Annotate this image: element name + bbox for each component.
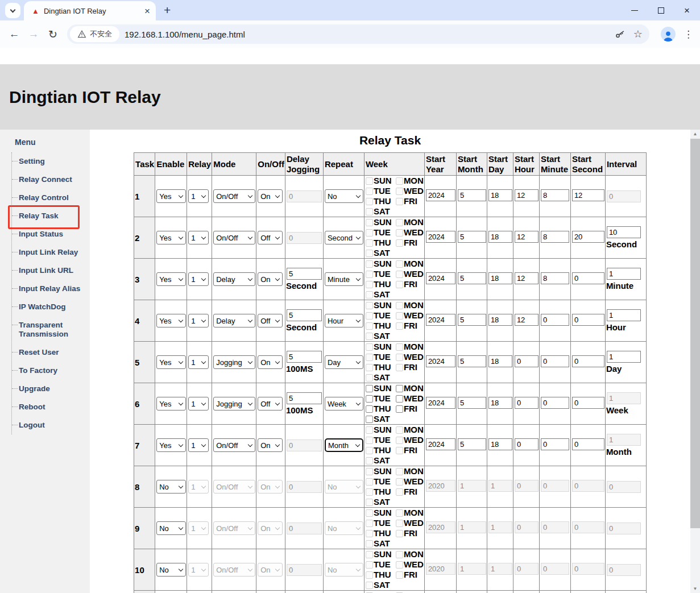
enable-select[interactable]: No xyxy=(156,521,186,535)
repeat-select[interactable]: Second xyxy=(325,231,363,244)
relay-select[interactable]: 1 xyxy=(188,355,209,369)
new-tab-button[interactable]: + xyxy=(164,4,171,16)
checkbox-fri[interactable] xyxy=(396,405,403,413)
start-year-input[interactable]: 2024 xyxy=(426,314,455,326)
enable-select[interactable]: Yes xyxy=(156,355,186,369)
repeat-select[interactable]: Month xyxy=(325,438,363,452)
start-minute-input[interactable]: 0 xyxy=(541,314,569,326)
checkbox-mon[interactable] xyxy=(396,385,403,392)
repeat-select[interactable]: No xyxy=(325,189,363,203)
relay-select[interactable]: 1 xyxy=(188,231,209,244)
sidebar-item-input-link-relay[interactable]: Input Link Relay xyxy=(12,243,90,262)
checkbox-sat[interactable] xyxy=(366,416,373,423)
enable-select[interactable]: Yes xyxy=(156,231,186,244)
mode-select[interactable]: On/Off xyxy=(213,438,255,452)
start-second-input[interactable]: 0 xyxy=(572,272,604,284)
bookmark-star-icon[interactable]: ☆ xyxy=(633,29,643,39)
start-month-input[interactable]: 5 xyxy=(458,438,486,450)
start-day-input[interactable]: 18 xyxy=(488,438,512,450)
mode-select[interactable]: Jogging xyxy=(213,397,255,410)
sidebar-item-ip-watchdog[interactable]: IP WatchDog xyxy=(12,298,90,316)
delay-jogging-input[interactable]: 5 xyxy=(287,309,322,321)
repeat-select[interactable]: Hour xyxy=(325,314,363,327)
checkbox-tue[interactable] xyxy=(366,395,373,403)
scroll-up-icon[interactable]: ▲ xyxy=(690,130,700,138)
start-day-input[interactable]: 18 xyxy=(488,272,512,284)
start-month-input[interactable]: 5 xyxy=(458,397,486,409)
start-day-input[interactable]: 18 xyxy=(488,355,512,367)
start-month-input[interactable]: 5 xyxy=(458,231,486,243)
start-second-input[interactable]: 0 xyxy=(572,438,604,450)
start-month-input[interactable]: 5 xyxy=(458,272,486,284)
start-hour-input[interactable]: 12 xyxy=(515,272,539,284)
enable-select[interactable]: Yes xyxy=(156,397,186,410)
enable-select[interactable]: No xyxy=(156,563,186,577)
onoff-select[interactable]: Off xyxy=(258,314,283,327)
start-year-input[interactable]: 2024 xyxy=(426,397,455,409)
start-hour-input[interactable]: 12 xyxy=(515,189,539,201)
repeat-select[interactable]: Week xyxy=(325,397,363,410)
page-scrollbar[interactable]: ▲ ▼ xyxy=(690,130,700,593)
back-button[interactable]: ← xyxy=(5,28,24,40)
start-minute-input[interactable]: 8 xyxy=(541,272,569,284)
start-minute-input[interactable]: 0 xyxy=(541,438,569,450)
onoff-select[interactable]: On xyxy=(258,438,283,452)
start-day-input[interactable]: 18 xyxy=(488,189,512,201)
sidebar-item-relay-connect[interactable]: Relay Connect xyxy=(12,171,90,189)
repeat-select[interactable]: Minute xyxy=(325,272,363,286)
start-month-input[interactable]: 5 xyxy=(458,314,486,326)
tab-search-button[interactable] xyxy=(5,3,20,18)
enable-select[interactable]: Yes xyxy=(156,314,186,327)
mode-select[interactable]: Jogging xyxy=(213,355,255,369)
start-hour-input[interactable]: 0 xyxy=(515,355,539,367)
mode-select[interactable]: On/Off xyxy=(213,231,255,244)
start-second-input[interactable]: 12 xyxy=(572,189,604,201)
repeat-select[interactable]: Day xyxy=(325,355,363,369)
close-button[interactable]: × xyxy=(674,0,700,20)
sidebar-item-to-factory[interactable]: To Factory xyxy=(12,362,90,380)
onoff-select[interactable]: On xyxy=(258,189,283,203)
start-hour-input[interactable]: 0 xyxy=(515,438,539,450)
security-chip[interactable]: 不安全 xyxy=(70,26,119,42)
interval-input[interactable]: 1 xyxy=(607,351,641,363)
start-year-input[interactable]: 2024 xyxy=(426,189,455,201)
scrollbar-thumb[interactable] xyxy=(690,139,700,528)
interval-input[interactable]: 1 xyxy=(607,268,641,280)
checkbox-wed[interactable] xyxy=(396,395,403,403)
start-second-input[interactable]: 20 xyxy=(572,231,604,243)
relay-select[interactable]: 1 xyxy=(188,189,209,203)
delay-jogging-input[interactable]: 5 xyxy=(287,351,322,363)
start-hour-input[interactable]: 0 xyxy=(515,397,539,409)
sidebar-item-relay-control[interactable]: Relay Control xyxy=(12,189,90,207)
url-text[interactable]: 192.168.1.100/menu_page.html xyxy=(125,30,607,39)
relay-select[interactable]: 1 xyxy=(188,397,209,410)
start-minute-input[interactable]: 0 xyxy=(541,397,569,409)
tab-close-icon[interactable]: × xyxy=(144,6,150,16)
onoff-select[interactable]: On xyxy=(258,272,283,286)
start-year-input[interactable]: 2024 xyxy=(426,272,455,284)
delay-jogging-input[interactable]: 5 xyxy=(287,268,322,280)
interval-input[interactable]: 10 xyxy=(607,226,641,238)
start-second-input[interactable]: 0 xyxy=(572,355,604,367)
sidebar-item-setting[interactable]: Setting xyxy=(12,152,90,171)
start-month-input[interactable]: 5 xyxy=(458,355,486,367)
start-month-input[interactable]: 5 xyxy=(458,189,486,201)
start-second-input[interactable]: 0 xyxy=(572,314,604,326)
relay-select[interactable]: 1 xyxy=(188,438,209,452)
browser-menu-icon[interactable]: ⋮ xyxy=(684,28,693,40)
mode-select[interactable]: On/Off xyxy=(213,189,255,203)
minimize-button[interactable] xyxy=(622,0,648,20)
start-minute-input[interactable]: 8 xyxy=(541,231,569,243)
start-year-input[interactable]: 2024 xyxy=(426,355,455,367)
forward-button[interactable]: → xyxy=(24,28,43,40)
mode-select[interactable]: Delay xyxy=(213,314,255,327)
enable-select[interactable]: No xyxy=(156,480,186,494)
checkbox-sun[interactable] xyxy=(366,385,373,392)
address-bar[interactable]: 不安全 192.168.1.100/menu_page.html ☆ xyxy=(67,24,649,44)
enable-select[interactable]: Yes xyxy=(156,272,186,286)
sidebar-item-input-link-url[interactable]: Input Link URL xyxy=(12,262,90,280)
sidebar-item-input-status[interactable]: Input Status xyxy=(12,225,90,243)
checkbox-thu[interactable] xyxy=(366,405,373,413)
interval-input[interactable]: 1 xyxy=(607,309,641,321)
sidebar-item-input-relay-alias[interactable]: Input Relay Alias xyxy=(12,280,90,298)
